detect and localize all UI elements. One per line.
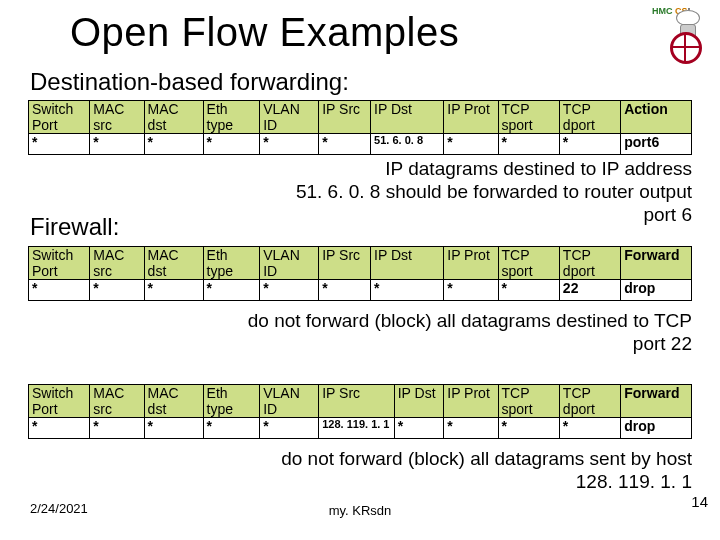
cell: *	[444, 280, 498, 301]
footer-center: my. KRsdn	[0, 503, 720, 518]
col-vlan-id: VLAN ID	[260, 247, 319, 280]
col-mac-src: MAC src	[90, 101, 144, 134]
cell: *	[498, 418, 559, 439]
cell-ip-dst: 51. 6. 0. 8	[371, 134, 444, 155]
col-switch-port: Switch Port	[29, 385, 90, 418]
cell-tcp-dport: 22	[559, 280, 620, 301]
firewall-table-port22: Switch Port MAC src MAC dst Eth type VLA…	[28, 246, 692, 301]
col-tcp-sport: TCP sport	[498, 247, 559, 280]
caption-line: 128. 119. 1. 1	[576, 471, 692, 492]
cell-action: drop	[621, 418, 692, 439]
col-vlan-id: VLAN ID	[260, 385, 319, 418]
cell: *	[444, 134, 498, 155]
firewall-heading: Firewall:	[30, 213, 119, 241]
cell-ip-src: 128. 119. 1. 1	[319, 418, 395, 439]
col-eth-type: Eth type	[203, 101, 260, 134]
slide-title: Open Flow Examples	[70, 10, 459, 55]
cell-action: port6	[621, 134, 692, 155]
col-mac-dst: MAC dst	[144, 247, 203, 280]
cell: *	[260, 418, 319, 439]
table-row: * * * * * * * * * 22 drop	[29, 280, 692, 301]
cell: *	[371, 280, 444, 301]
cell: *	[498, 134, 559, 155]
firewall-port22-caption: do not forward (block) all datagrams des…	[112, 310, 692, 356]
col-ip-prot: IP Prot	[444, 385, 498, 418]
col-tcp-sport: TCP sport	[498, 385, 559, 418]
col-forward: Forward	[621, 385, 692, 418]
col-eth-type: Eth type	[203, 385, 260, 418]
cell: *	[260, 134, 319, 155]
caption-line: port 6	[643, 204, 692, 225]
col-ip-dst: IP Dst	[394, 385, 444, 418]
col-forward: Forward	[621, 247, 692, 280]
col-mac-src: MAC src	[90, 247, 144, 280]
cell: *	[90, 418, 144, 439]
col-mac-dst: MAC dst	[144, 101, 203, 134]
cell: *	[559, 134, 620, 155]
cell: *	[29, 418, 90, 439]
col-ip-src: IP Src	[319, 101, 371, 134]
firewall-host-caption: do not forward (block) all datagrams sen…	[132, 448, 692, 494]
col-ip-src: IP Src	[319, 247, 371, 280]
table-row: * * * * * 128. 119. 1. 1 * * * * drop	[29, 418, 692, 439]
cell: *	[559, 418, 620, 439]
caption-line: port 22	[633, 333, 692, 354]
cell: *	[90, 280, 144, 301]
col-tcp-dport: TCP dport	[559, 385, 620, 418]
cell: *	[319, 134, 371, 155]
col-vlan-id: VLAN ID	[260, 101, 319, 134]
dest-forwarding-table: Switch Port MAC src MAC dst Eth type VLA…	[28, 100, 692, 155]
caption-line: IP datagrams destined to IP address	[385, 158, 692, 179]
cell: *	[394, 418, 444, 439]
cell: *	[203, 280, 260, 301]
firewall-table-host: Switch Port MAC src MAC dst Eth type VLA…	[28, 384, 692, 439]
cell: *	[29, 280, 90, 301]
caption-line: do not forward (block) all datagrams des…	[248, 310, 692, 331]
dest-forwarding-caption: IP datagrams destined to IP address 51. …	[192, 158, 692, 226]
unicycle-wheel-icon	[670, 32, 702, 64]
cell: *	[203, 134, 260, 155]
table-row: * * * * * * 51. 6. 0. 8 * * * port6	[29, 134, 692, 155]
col-ip-dst: IP Dst	[371, 247, 444, 280]
cell: *	[29, 134, 90, 155]
cell: *	[444, 418, 498, 439]
col-mac-dst: MAC dst	[144, 385, 203, 418]
cell: *	[90, 134, 144, 155]
cell: *	[144, 418, 203, 439]
page-number: 14	[691, 493, 708, 510]
col-action: Action	[621, 101, 692, 134]
slide: HMC CS! Open Flow Examples Destination-b…	[0, 0, 720, 540]
caption-line: do not forward (block) all datagrams sen…	[281, 448, 692, 469]
cell: *	[498, 280, 559, 301]
dest-forwarding-heading: Destination-based forwarding:	[30, 68, 349, 96]
col-ip-prot: IP Prot	[444, 247, 498, 280]
col-tcp-sport: TCP sport	[498, 101, 559, 134]
col-ip-dst: IP Dst	[371, 101, 444, 134]
caption-line: 51. 6. 0. 8 should be forwarded to route…	[296, 181, 692, 202]
col-tcp-dport: TCP dport	[559, 101, 620, 134]
cell: *	[260, 280, 319, 301]
cell: *	[144, 280, 203, 301]
col-switch-port: Switch Port	[29, 247, 90, 280]
col-eth-type: Eth type	[203, 247, 260, 280]
col-ip-src: IP Src	[319, 385, 395, 418]
robot-logo: HMC CS!	[650, 6, 710, 66]
cell: *	[203, 418, 260, 439]
cell: *	[319, 280, 371, 301]
col-switch-port: Switch Port	[29, 101, 90, 134]
cell: *	[144, 134, 203, 155]
col-ip-prot: IP Prot	[444, 101, 498, 134]
col-mac-src: MAC src	[90, 385, 144, 418]
col-tcp-dport: TCP dport	[559, 247, 620, 280]
cell-action: drop	[621, 280, 692, 301]
